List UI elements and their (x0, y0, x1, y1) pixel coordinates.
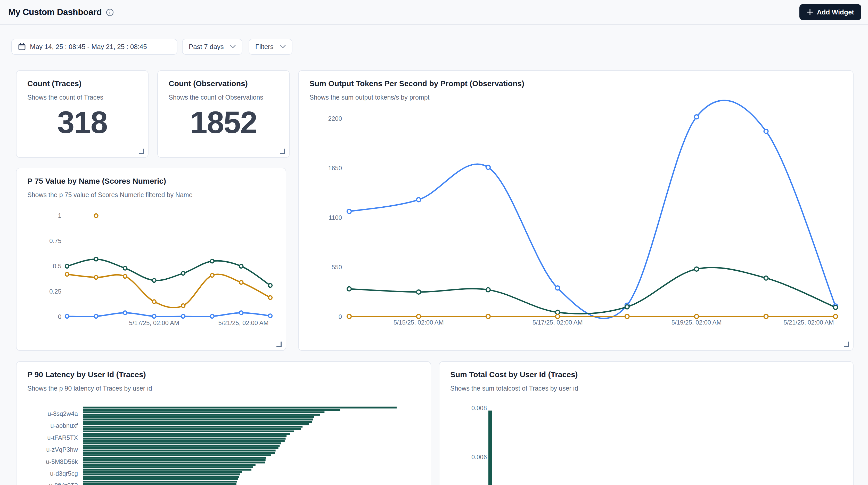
svg-text:0: 0 (339, 313, 342, 320)
tokens-by-prompt-chart[interactable]: 05501100165022005/15/25, 02:00 AM5/17/25… (299, 71, 854, 352)
svg-text:1650: 1650 (328, 164, 342, 172)
svg-text:u-zVqP3hw: u-zVqP3hw (46, 446, 78, 453)
page-title: My Custom Dashboard (8, 7, 102, 17)
svg-text:u-aobnuxf: u-aobnuxf (50, 422, 78, 429)
time-preset-value: Past 7 days (189, 43, 224, 51)
svg-text:0.25: 0.25 (49, 288, 61, 295)
svg-text:2200: 2200 (328, 115, 342, 122)
count-observations-card: Count (Observations) Shows the count of … (157, 70, 290, 158)
filters-label: Filters (255, 43, 274, 51)
widget-subtitle: Shows the count of Observations (169, 94, 263, 101)
svg-text:u-8sq2w4a: u-8sq2w4a (48, 410, 78, 417)
svg-text:5/17/25, 02:00 AM: 5/17/25, 02:00 AM (129, 320, 179, 326)
dashboard-page: My Custom Dashboard Add Widget (0, 0, 868, 485)
date-range-value: May 14, 25 : 08:45 - May 21, 25 : 08:45 (30, 43, 147, 51)
svg-text:1: 1 (58, 212, 61, 219)
svg-text:5/21/25, 02:00 AM: 5/21/25, 02:00 AM (218, 320, 269, 326)
svg-text:0.006: 0.006 (471, 454, 487, 460)
calendar-icon (18, 43, 26, 51)
resize-handle-icon[interactable] (280, 149, 285, 154)
count-observations-value: 1852 (158, 105, 289, 140)
filters-dropdown[interactable]: Filters (249, 39, 292, 55)
svg-text:1100: 1100 (329, 214, 342, 221)
chevron-down-icon (280, 45, 286, 49)
p90-latency-chart[interactable]: u-8sq2w4au-aobnuxfu-tFAR5TXu-zVqP3hwu-5M… (17, 362, 432, 485)
count-traces-card: Count (Traces) Shows the count of Traces… (16, 70, 149, 158)
svg-text:u-5M8D56k: u-5M8D56k (46, 458, 78, 465)
svg-text:0.008: 0.008 (471, 404, 487, 412)
svg-text:u-d3qr5cg: u-d3qr5cg (50, 470, 78, 477)
svg-text:0.5: 0.5 (53, 263, 61, 270)
svg-text:u-8fVq9T3: u-8fVq9T3 (49, 482, 78, 485)
tokens-by-prompt-card: Sum Output Tokens Per Second by Prompt (… (298, 70, 854, 351)
p75-value-chart[interactable]: 00.250.50.7515/17/25, 02:00 AM5/21/25, 0… (17, 168, 287, 352)
svg-text:0: 0 (58, 313, 61, 320)
add-widget-button[interactable]: Add Widget (799, 4, 861, 20)
resize-handle-icon[interactable] (139, 149, 144, 154)
top-bar: My Custom Dashboard Add Widget (0, 0, 868, 25)
date-range-picker[interactable]: May 14, 25 : 08:45 - May 21, 25 : 08:45 (11, 39, 178, 55)
resize-handle-icon[interactable] (844, 341, 849, 347)
svg-text:550: 550 (332, 264, 342, 271)
svg-text:u-tFAR5TX: u-tFAR5TX (47, 434, 78, 441)
widget-title: Count (Observations) (169, 79, 248, 88)
svg-text:5/15/25, 02:00 AM: 5/15/25, 02:00 AM (394, 319, 444, 326)
add-widget-label: Add Widget (817, 8, 854, 16)
total-cost-chart[interactable]: 0.0080.006 (439, 362, 854, 485)
time-preset-dropdown[interactable]: Past 7 days (182, 39, 242, 55)
chevron-down-icon (230, 45, 236, 49)
svg-text:5/21/25, 02:00 AM: 5/21/25, 02:00 AM (784, 319, 834, 326)
total-cost-card: Sum Total Cost by User Id (Traces) Shows… (439, 361, 854, 485)
p75-value-card: P 75 Value by Name (Scores Numeric) Show… (16, 168, 286, 351)
svg-text:0.75: 0.75 (49, 237, 61, 244)
resize-handle-icon[interactable] (276, 341, 282, 347)
widget-title: Count (Traces) (27, 79, 82, 88)
count-traces-value: 318 (17, 105, 148, 140)
info-icon[interactable] (106, 8, 114, 16)
svg-text:5/17/25, 02:00 AM: 5/17/25, 02:00 AM (532, 319, 583, 326)
widget-subtitle: Shows the count of Traces (27, 94, 103, 101)
svg-text:5/19/25, 02:00 AM: 5/19/25, 02:00 AM (672, 319, 722, 326)
p90-latency-card: P 90 Latency by User Id (Traces) Shows t… (16, 361, 431, 485)
plus-icon (807, 9, 813, 16)
